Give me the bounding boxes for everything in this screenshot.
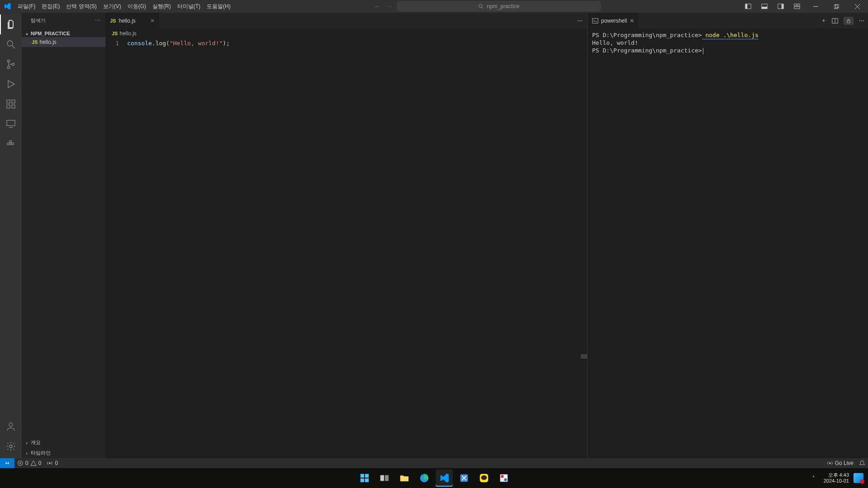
svg-rect-43 <box>365 474 368 478</box>
status-notifications-icon[interactable] <box>856 460 868 466</box>
activity-accounts-icon[interactable] <box>0 417 22 436</box>
taskbar-edge-icon[interactable] <box>416 469 433 487</box>
ports-count: 0 <box>55 460 58 466</box>
new-terminal-icon[interactable]: ＋ <box>821 17 826 24</box>
window-close-button[interactable] <box>847 0 867 13</box>
activity-source-control-icon[interactable] <box>0 54 22 74</box>
window-maximize-button[interactable] <box>826 0 846 13</box>
terminal-more-icon[interactable]: ⋯ <box>859 18 864 24</box>
editor-minimap[interactable] <box>581 38 587 458</box>
svg-rect-21 <box>7 100 10 103</box>
status-ports[interactable]: 0 <box>44 460 61 466</box>
window-minimize-button[interactable] <box>806 0 825 13</box>
activity-run-debug-icon[interactable] <box>0 74 22 94</box>
customize-layout-icon[interactable] <box>789 0 805 13</box>
explorer-more-icon[interactable]: ⋯ <box>95 18 100 24</box>
project-folder-header[interactable]: ⌄ NPM_PRACTICE <box>22 29 105 37</box>
status-go-live[interactable]: Go Live <box>824 460 856 466</box>
nav-back-icon[interactable]: ← <box>374 2 381 10</box>
activity-settings-icon[interactable] <box>0 436 22 456</box>
svg-rect-3 <box>745 4 747 9</box>
activity-search-icon[interactable] <box>0 34 22 54</box>
menu-file[interactable]: 파일(F) <box>14 0 38 13</box>
search-icon <box>478 4 484 9</box>
svg-rect-44 <box>360 479 364 482</box>
svg-rect-29 <box>12 143 14 145</box>
menu-edit[interactable]: 편집(E) <box>38 0 63 13</box>
js-file-icon: JS <box>32 39 38 45</box>
error-count: 0 <box>25 460 28 466</box>
svg-rect-30 <box>9 141 11 142</box>
layout-secondary-sidebar-icon[interactable] <box>773 0 788 13</box>
editor-tab[interactable]: JS hello.js ✕ <box>105 13 160 28</box>
taskbar-start-icon[interactable] <box>356 469 373 487</box>
timeline-section[interactable]: › 타임라인 <box>22 448 105 458</box>
file-name-label: hello.js <box>39 39 56 45</box>
taskbar-vscode-icon[interactable] <box>436 469 453 487</box>
menu-help[interactable]: 도움말(H) <box>204 0 234 13</box>
svg-rect-22 <box>7 105 10 108</box>
broadcast-icon <box>47 460 53 466</box>
editor-more-icon[interactable]: ⋯ <box>577 18 583 24</box>
svg-point-0 <box>479 4 482 7</box>
minimap-viewport-indicator <box>581 354 587 359</box>
title-bar: 파일(F) 편집(E) 선택 영역(S) 보기(V) 이동(G) 실행(R) 터… <box>0 0 868 13</box>
js-file-icon: JS <box>112 31 118 36</box>
svg-rect-42 <box>360 474 364 478</box>
taskbar-security-icon[interactable] <box>854 473 863 483</box>
file-tree-item[interactable]: JS hello.js <box>22 37 105 47</box>
breadcrumb[interactable]: JS hello.js <box>105 28 587 38</box>
taskbar-app2-icon[interactable] <box>495 469 512 487</box>
status-problems[interactable]: 0 0 <box>14 460 44 466</box>
activity-remote-explorer-icon[interactable] <box>0 114 22 134</box>
menu-bar: 파일(F) 편집(E) 선택 영역(S) 보기(V) 이동(G) 실행(R) 터… <box>14 0 234 13</box>
command-center[interactable]: npm_practice <box>397 1 601 11</box>
svg-point-40 <box>49 462 51 464</box>
terminal-lock-icon[interactable] <box>844 17 854 25</box>
status-bar: 0 0 0 Go Live <box>0 458 868 468</box>
terminal-panel: powershell ✕ ＋ ⋯ PS D:\Programming\npm_p… <box>588 13 868 458</box>
command-center-text: npm_practice <box>487 3 519 9</box>
taskbar-kakaotalk-icon[interactable] <box>475 469 493 487</box>
activity-docker-icon[interactable] <box>0 134 22 154</box>
svg-rect-12 <box>834 5 838 9</box>
terminal-tab[interactable]: powershell ✕ <box>588 13 639 28</box>
svg-rect-53 <box>501 475 503 478</box>
explorer-sidebar: 탐색기 ⋯ ⌄ NPM_PRACTICE JS hello.js › 개요 › … <box>22 13 105 458</box>
activity-extensions-icon[interactable] <box>0 94 22 114</box>
menu-view[interactable]: 보기(V) <box>100 0 124 13</box>
taskbar-file-explorer-icon[interactable] <box>396 469 413 487</box>
outline-section[interactable]: › 개요 <box>22 437 105 448</box>
activity-explorer-icon[interactable] <box>0 14 22 34</box>
code-area[interactable]: console.log("Hello, world!"); <box>127 38 587 458</box>
svg-rect-46 <box>380 475 384 481</box>
code-editor[interactable]: 1 console.log("Hello, world!"); <box>105 38 587 458</box>
nav-forward-icon[interactable]: → <box>386 2 394 10</box>
svg-point-18 <box>8 60 10 62</box>
line-number-gutter: 1 <box>105 38 127 458</box>
svg-rect-9 <box>797 4 800 6</box>
layout-primary-sidebar-icon[interactable] <box>740 0 756 13</box>
menu-run[interactable]: 실행(R) <box>149 0 174 13</box>
menu-go[interactable]: 이동(G) <box>124 0 149 13</box>
svg-point-20 <box>12 63 14 66</box>
split-terminal-icon[interactable] <box>832 18 838 24</box>
remote-indicator[interactable] <box>0 458 14 468</box>
layout-panel-icon[interactable] <box>757 0 772 13</box>
terminal-output[interactable]: PS D:\Programming\npm_practice> node .\h… <box>588 28 868 458</box>
menu-selection[interactable]: 선택 영역(S) <box>63 0 100 13</box>
svg-line-17 <box>12 46 15 48</box>
menu-terminal[interactable]: 터미널(T) <box>174 0 204 13</box>
project-name: NPM_PRACTICE <box>31 31 70 36</box>
close-icon[interactable]: ✕ <box>630 18 634 24</box>
svg-rect-23 <box>12 105 15 108</box>
taskbar-tray-chevron-icon[interactable]: ˄ <box>808 473 819 483</box>
chevron-down-icon: ⌄ <box>24 30 30 36</box>
taskbar-clock[interactable]: 오후 4:43 2024-10-01 <box>824 472 849 484</box>
taskbar-app-icon[interactable] <box>455 469 473 487</box>
breadcrumb-file: hello.js <box>119 30 136 37</box>
taskbar-taskview-icon[interactable] <box>376 469 393 487</box>
close-icon[interactable]: ✕ <box>150 18 155 24</box>
line-number: 1 <box>105 39 119 47</box>
nav-arrows: ← → <box>374 2 394 10</box>
